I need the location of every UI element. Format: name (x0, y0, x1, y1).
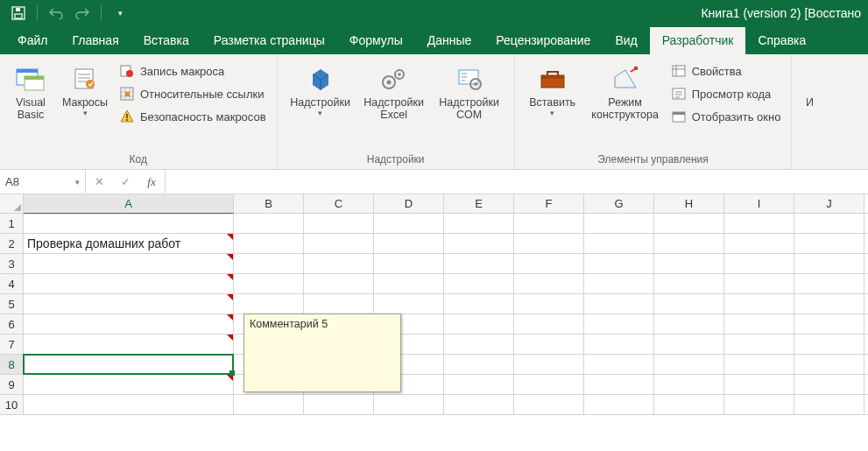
cell[interactable] (374, 214, 444, 233)
select-all-corner[interactable] (0, 194, 24, 213)
cell[interactable] (444, 335, 514, 354)
cell[interactable] (724, 395, 794, 414)
cell[interactable] (234, 294, 304, 314)
cell[interactable] (584, 214, 654, 233)
cell[interactable] (234, 234, 304, 253)
col-header-E[interactable]: E (444, 194, 514, 213)
cell[interactable] (794, 335, 864, 354)
tab-page-layout[interactable]: Разметка страницы (201, 27, 337, 54)
visual-basic-button[interactable]: Visual Basic (9, 58, 53, 122)
enter-formula-button[interactable]: ✓ (112, 170, 138, 194)
com-addins-button[interactable]: Надстройки COM (434, 58, 505, 122)
row-header[interactable]: 1 (0, 214, 24, 233)
record-macro-button[interactable]: Запись макроса (117, 61, 268, 81)
col-header-A[interactable]: A (24, 194, 234, 214)
tab-home[interactable]: Главная (60, 27, 131, 54)
col-header-C[interactable]: C (304, 194, 374, 213)
xml-partial-button[interactable]: И (801, 58, 818, 109)
cell[interactable] (584, 234, 654, 253)
cell[interactable] (514, 234, 584, 253)
cell[interactable] (654, 234, 724, 253)
cell[interactable] (444, 214, 514, 233)
cell[interactable] (514, 254, 584, 273)
cell[interactable] (374, 294, 444, 314)
col-header-G[interactable]: G (584, 194, 654, 213)
cell[interactable] (514, 274, 584, 293)
cancel-formula-button[interactable]: ✕ (86, 170, 112, 194)
cell[interactable] (794, 234, 864, 253)
cell[interactable] (654, 274, 724, 293)
worksheet-grid[interactable]: A B C D E F G H I J 1 2Проверка домашних… (0, 194, 868, 415)
insert-function-button[interactable]: fx (138, 170, 165, 194)
tab-file[interactable]: Файл (5, 27, 60, 54)
cell[interactable] (794, 314, 864, 334)
cell[interactable] (24, 355, 234, 374)
col-header-B[interactable]: B (234, 194, 304, 213)
cell[interactable] (724, 375, 794, 394)
qat-customize-icon[interactable]: ▾ (112, 5, 128, 21)
cell[interactable] (584, 274, 654, 293)
cell[interactable] (24, 214, 234, 233)
cell[interactable] (584, 375, 654, 394)
cell[interactable] (654, 254, 724, 273)
row-header[interactable]: 4 (0, 274, 24, 293)
design-mode-button[interactable]: Режим конструктора (587, 58, 664, 122)
undo-icon[interactable] (48, 5, 64, 21)
cell[interactable] (374, 254, 444, 273)
cell[interactable] (724, 274, 794, 293)
row-header[interactable]: 7 (0, 335, 24, 354)
cell[interactable] (514, 335, 584, 354)
cell[interactable] (584, 254, 654, 273)
cell[interactable] (654, 355, 724, 374)
cell[interactable] (444, 314, 514, 334)
cell[interactable] (514, 395, 584, 414)
cell[interactable] (444, 375, 514, 394)
tab-review[interactable]: Рецензирование (483, 27, 603, 54)
cell[interactable] (514, 375, 584, 394)
cell[interactable] (654, 335, 724, 354)
cell[interactable] (794, 274, 864, 293)
cell[interactable] (304, 274, 374, 293)
cell[interactable] (514, 214, 584, 233)
cell[interactable] (374, 234, 444, 253)
cell[interactable] (444, 254, 514, 273)
tab-help[interactable]: Справка (745, 27, 818, 54)
cell[interactable] (304, 254, 374, 273)
macro-security-button[interactable]: Безопасность макросов (117, 107, 268, 126)
redo-icon[interactable] (74, 5, 90, 21)
cell[interactable] (794, 375, 864, 394)
cell[interactable] (24, 335, 234, 354)
row-header[interactable]: 3 (0, 254, 24, 273)
col-header-I[interactable]: I (724, 194, 794, 213)
cell[interactable] (304, 395, 374, 414)
cell[interactable]: Проверка домашних работ (24, 234, 234, 253)
cell[interactable] (304, 234, 374, 253)
cell[interactable] (724, 355, 794, 374)
name-box[interactable]: A8 ▾ (0, 170, 86, 194)
formula-input[interactable] (166, 170, 868, 194)
save-icon[interactable] (11, 5, 26, 21)
cell[interactable] (374, 274, 444, 293)
cell[interactable] (794, 214, 864, 233)
cell[interactable] (654, 214, 724, 233)
col-header-D[interactable]: D (374, 194, 444, 213)
cell[interactable] (444, 395, 514, 414)
row-header[interactable]: 9 (0, 375, 24, 394)
cell[interactable] (584, 294, 654, 314)
cell[interactable] (374, 395, 444, 414)
cell[interactable] (724, 294, 794, 314)
cell[interactable] (304, 294, 374, 314)
cell[interactable] (584, 335, 654, 354)
run-dialog-button[interactable]: Отобразить окно (669, 107, 783, 126)
cell[interactable] (24, 254, 234, 273)
cell[interactable] (794, 395, 864, 414)
cell[interactable] (654, 294, 724, 314)
cell[interactable] (444, 274, 514, 293)
tab-insert[interactable]: Вставка (131, 27, 201, 54)
cell[interactable] (724, 335, 794, 354)
cell[interactable] (234, 274, 304, 293)
cell[interactable] (654, 395, 724, 414)
cell[interactable] (794, 254, 864, 273)
cell[interactable] (304, 214, 374, 233)
col-header-H[interactable]: H (654, 194, 724, 213)
